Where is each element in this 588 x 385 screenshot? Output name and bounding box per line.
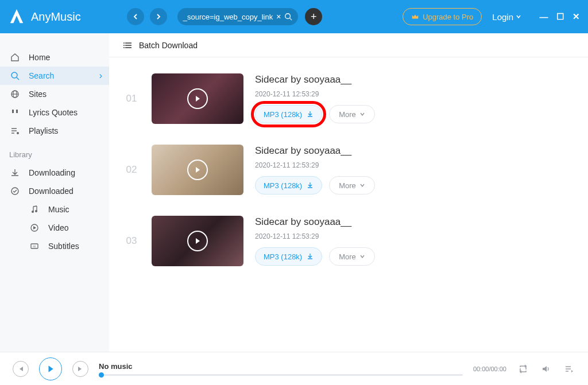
more-button[interactable]: More — [329, 247, 375, 266]
mp3-download-button[interactable]: MP3 (128k) — [255, 105, 322, 123]
repeat-button[interactable] — [517, 364, 529, 374]
row-number: 03 — [123, 235, 140, 247]
chevron-down-icon — [359, 111, 365, 117]
sidebar-item-lyrics[interactable]: Lyrics Quotes — [0, 103, 109, 122]
result-date: 2020-12-11 12:53:29 — [255, 90, 574, 98]
svg-point-1 — [11, 72, 17, 78]
progress-handle[interactable] — [99, 372, 104, 378]
result-date: 2020-12-11 12:53:29 — [255, 232, 574, 240]
upgrade-button[interactable]: Upgrade to Pro — [403, 8, 482, 25]
sidebar-item-label: Downloaded — [29, 186, 74, 196]
sidebar-item-label: Playlists — [29, 126, 58, 135]
sidebar-item-playlists[interactable]: Playlists — [0, 122, 109, 140]
sidebar-item-label: Downloading — [29, 168, 75, 177]
play-button[interactable] — [39, 357, 62, 380]
sidebar-item-label: Subtitles — [48, 242, 79, 251]
player-info: No music — [99, 362, 463, 376]
more-button[interactable]: More — [329, 176, 375, 195]
play-overlay-icon — [187, 88, 208, 109]
sidebar-sub-subtitles[interactable]: cc Subtitles — [0, 237, 109, 255]
result-title: Sidecar by sooyaaa__ — [255, 74, 574, 85]
thumbnail[interactable] — [152, 73, 243, 124]
sidebar-item-label: Home — [29, 53, 50, 62]
thumbnail[interactable] — [152, 145, 243, 195]
result-row: 01 Sidecar by sooyaaa__ 2020-12-11 12:53… — [123, 63, 574, 134]
player-time: 00:00/00:00 — [473, 365, 506, 372]
minimize-button[interactable]: — — [540, 13, 548, 21]
nav-forward-button[interactable] — [150, 8, 167, 25]
svg-point-11 — [123, 42, 125, 44]
more-button[interactable]: More — [329, 105, 375, 123]
results-list: 01 Sidecar by sooyaaa__ 2020-12-11 12:53… — [109, 57, 588, 282]
close-button[interactable]: ✕ — [572, 13, 580, 21]
sidebar: Home Search Sites Lyrics Quotes Playlist… — [0, 33, 109, 352]
row-number: 02 — [123, 164, 140, 176]
sidebar-item-label: Sites — [29, 90, 47, 99]
download-icon — [307, 253, 314, 260]
add-button[interactable]: + — [305, 8, 322, 25]
maximize-button[interactable]: ☐ — [556, 13, 564, 21]
list-icon — [123, 40, 133, 50]
app-logo: AnyMusic — [8, 8, 81, 25]
nav-arrows — [127, 8, 167, 25]
sidebar-item-downloaded[interactable]: Downloaded — [0, 182, 109, 200]
login-button[interactable]: Login — [492, 12, 521, 22]
search-icon — [9, 70, 21, 81]
sidebar-item-label: Music — [48, 205, 69, 214]
player-bar: No music 00:00/00:00 — [0, 352, 588, 385]
svg-point-13 — [123, 47, 125, 48]
sidebar-item-label: Video — [48, 223, 69, 232]
row-number: 01 — [123, 93, 140, 104]
home-icon — [9, 52, 21, 63]
app-name: AnyMusic — [31, 10, 81, 24]
sidebar-sub-video[interactable]: Video — [0, 219, 109, 237]
search-pill[interactable]: _source=ig_web_copy_link × — [177, 8, 299, 25]
mp3-download-button[interactable]: MP3 (128k) — [255, 247, 322, 266]
search-icon[interactable] — [284, 13, 292, 21]
batch-download-bar[interactable]: Batch Download — [109, 33, 588, 57]
music-icon — [29, 204, 40, 215]
download-icon — [9, 167, 21, 178]
sidebar-item-label: Search — [29, 71, 54, 80]
svg-text:cc: cc — [33, 244, 37, 248]
check-circle-icon — [9, 185, 21, 197]
queue-button[interactable] — [563, 364, 575, 374]
play-overlay-icon — [187, 160, 208, 180]
svg-point-4 — [17, 132, 19, 134]
result-title: Sidecar by sooyaaa__ — [255, 145, 574, 157]
batch-label: Batch Download — [139, 41, 198, 50]
sidebar-item-home[interactable]: Home — [0, 48, 109, 67]
result-row: 03 Sidecar by sooyaaa__ 2020-12-11 12:53… — [123, 205, 574, 277]
svg-point-5 — [11, 188, 18, 195]
play-overlay-icon — [187, 231, 208, 251]
thumbnail[interactable] — [152, 216, 243, 266]
globe-icon — [9, 88, 21, 100]
result-title: Sidecar by sooyaaa__ — [255, 216, 574, 228]
chevron-down-icon — [359, 182, 365, 188]
download-icon — [307, 111, 314, 118]
nav-back-button[interactable] — [127, 8, 144, 25]
sidebar-sub-music[interactable]: Music — [0, 200, 109, 219]
sidebar-item-sites[interactable]: Sites — [0, 85, 109, 103]
logo-icon — [8, 8, 25, 25]
mp3-download-button[interactable]: MP3 (128k) — [255, 176, 322, 195]
sidebar-item-downloading[interactable]: Downloading — [0, 164, 109, 182]
volume-button[interactable] — [540, 364, 552, 374]
chevron-down-icon — [359, 254, 365, 259]
progress-bar[interactable] — [99, 374, 463, 376]
search-clear-icon[interactable]: × — [276, 12, 281, 21]
next-track-button[interactable] — [72, 361, 88, 377]
titlebar: AnyMusic _source=ig_web_copy_link × + Up… — [0, 0, 588, 33]
result-date: 2020-12-11 12:53:29 — [255, 161, 574, 169]
library-section-label: Library — [0, 140, 109, 164]
svg-point-0 — [285, 14, 291, 19]
window-controls: — ☐ ✕ — [540, 13, 580, 21]
prev-track-button[interactable] — [13, 361, 29, 377]
svg-point-7 — [35, 210, 37, 212]
video-icon — [29, 222, 40, 234]
sidebar-item-label: Lyrics Quotes — [29, 108, 78, 117]
sidebar-item-search[interactable]: Search — [0, 67, 109, 85]
result-row: 02 Sidecar by sooyaaa__ 2020-12-11 12:53… — [123, 134, 574, 205]
crown-icon — [411, 13, 419, 21]
search-text: _source=ig_web_copy_link — [183, 13, 273, 21]
